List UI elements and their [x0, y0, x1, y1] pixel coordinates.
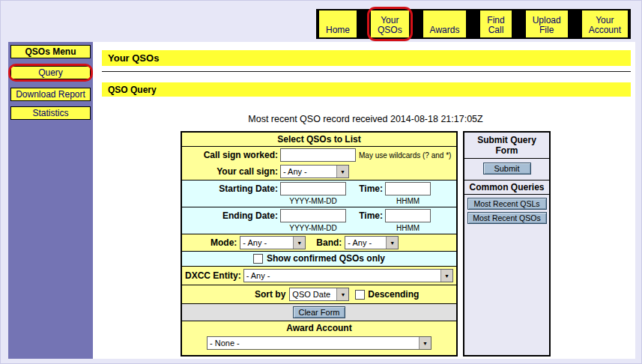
- date-range-section: Starting Date: Time: YYYY-MM-DD HHMM: [182, 180, 456, 234]
- starting-time-label: Time:: [346, 183, 383, 194]
- sidebar-item-query[interactable]: Query: [10, 66, 91, 79]
- starting-date-format-hint: YYYY-MM-DD: [280, 197, 346, 205]
- spacer: [184, 224, 280, 232]
- dxcc-entity-select[interactable]: - Any - ▼: [243, 269, 453, 282]
- sort-by-value: QSO Date: [290, 288, 336, 300]
- dropdown-arrow-icon: ▼: [440, 270, 452, 282]
- query-area: Select QSOs to List Call sign worked: Ma…: [181, 131, 551, 357]
- page: Home Your QSOs Awards Find Call Upload F…: [0, 0, 642, 364]
- query-content-group: Most recent QSO record received 2014-08-…: [181, 114, 551, 357]
- qso-query-form: Select QSOs to List Call sign worked: Ma…: [181, 131, 458, 357]
- starting-format-hints: YYYY-MM-DD HHMM: [182, 197, 456, 207]
- clear-form-button[interactable]: Clear Form: [293, 306, 345, 318]
- show-confirmed-label: Show confirmed QSOs only: [267, 253, 385, 264]
- divider-line: [102, 71, 631, 72]
- mode-band-row: Mode: - Any - ▼ Band: - Any - ▼: [182, 234, 456, 251]
- ending-format-hints: YYYY-MM-DD HHMM: [182, 224, 456, 234]
- top-nav-bar: Home Your QSOs Awards Find Call Upload F…: [316, 9, 631, 39]
- tab-your-qsos[interactable]: Your QSOs: [371, 10, 409, 37]
- band-label: Band:: [316, 237, 342, 248]
- ending-time-format-hint: HHMM: [385, 224, 431, 232]
- starting-date-section: Starting Date: Time: YYYY-MM-DD HHMM: [182, 181, 456, 207]
- ending-time-label: Time:: [346, 210, 383, 221]
- tab-upload-file-label: Upload File: [533, 16, 561, 35]
- tab-your-account-label: Your Account: [589, 16, 621, 35]
- common-queries-title: Common Queries: [464, 181, 549, 195]
- tab-home[interactable]: Home: [319, 10, 357, 37]
- tab-home-label: Home: [326, 25, 350, 35]
- spacer: [346, 224, 385, 232]
- ending-time-input[interactable]: [385, 209, 431, 222]
- tab-your-account[interactable]: Your Account: [582, 10, 628, 37]
- award-account-select[interactable]: - None - ▼: [207, 336, 431, 350]
- call-sign-worked-input[interactable]: [280, 148, 356, 162]
- sidebar-item-download-report[interactable]: Download Report: [10, 88, 91, 101]
- dxcc-entity-row: DXCC Entity: - Any - ▼: [182, 266, 456, 285]
- starting-date-input[interactable]: [280, 182, 346, 195]
- most-recent-qsls-button[interactable]: Most Recent QSLs: [467, 198, 547, 210]
- form-title: Select QSOs to List: [182, 133, 456, 147]
- ending-date-format-hint: YYYY-MM-DD: [280, 224, 346, 232]
- clear-form-row: Clear Form: [182, 303, 456, 321]
- confirmed-row: Show confirmed QSOs only: [182, 251, 456, 266]
- dropdown-arrow-icon: ▼: [336, 288, 348, 300]
- mode-select[interactable]: - Any - ▼: [240, 236, 306, 249]
- mode-label: Mode:: [211, 237, 237, 248]
- tab-your-qsos-label: Your QSOs: [378, 16, 402, 35]
- sidebar-item-statistics[interactable]: Statistics: [10, 106, 91, 120]
- ending-date-section: Ending Date: Time: YYYY-MM-DD HHMM: [182, 207, 456, 234]
- sidebar: QSOs Menu Query Download Report Statisti…: [8, 42, 93, 359]
- tab-find-call-label: Find Call: [487, 16, 504, 35]
- dropdown-arrow-icon: ▼: [386, 237, 398, 249]
- section-title-banner: QSO Query: [102, 82, 631, 97]
- starting-time-format-hint: HHMM: [385, 197, 431, 205]
- band-value: - Any -: [345, 237, 386, 249]
- submit-panel-title: Submit Query Form: [464, 133, 549, 159]
- dropdown-arrow-icon: ▼: [293, 237, 305, 249]
- tab-awards-label: Awards: [430, 25, 460, 35]
- sidebar-item-query-label: Query: [38, 67, 63, 78]
- your-call-sign-select[interactable]: - Any - ▼: [280, 165, 349, 178]
- ending-date-label: Ending Date:: [184, 210, 278, 221]
- dxcc-entity-value: - Any -: [244, 270, 440, 282]
- common-queries-cell: Most Recent QSLs Most Recent QSOs: [464, 195, 549, 229]
- page-title-banner: Your QSOs: [102, 50, 631, 66]
- starting-date-row: Starting Date: Time:: [182, 181, 456, 197]
- award-account-header: Award Account: [182, 321, 456, 335]
- starting-time-input[interactable]: [385, 182, 431, 195]
- your-call-sign-label: Your call sign:: [184, 166, 278, 177]
- descending-label: Descending: [368, 289, 419, 300]
- submit-button[interactable]: Submit: [483, 163, 531, 175]
- spacer: [184, 197, 280, 205]
- most-recent-qsos-button[interactable]: Most Recent QSOs: [467, 212, 547, 224]
- band-select[interactable]: - Any - ▼: [345, 236, 399, 249]
- wildcards-hint: May use wildcards (? and *): [359, 151, 451, 160]
- your-call-sign-value: - Any -: [281, 166, 336, 178]
- tab-upload-file[interactable]: Upload File: [526, 10, 568, 37]
- starting-date-label: Starting Date:: [184, 183, 278, 194]
- mode-value: - Any -: [240, 237, 293, 249]
- show-confirmed-checkbox[interactable]: [253, 254, 263, 264]
- dxcc-entity-label: DXCC Entity:: [185, 270, 241, 281]
- spacer: [346, 197, 385, 205]
- ending-date-row: Ending Date: Time:: [182, 207, 456, 224]
- ending-date-input[interactable]: [280, 209, 346, 222]
- sort-by-select[interactable]: QSO Date ▼: [289, 288, 349, 301]
- tab-awards[interactable]: Awards: [423, 10, 467, 37]
- award-account-value: - None -: [208, 337, 419, 349]
- main-content: Your QSOs QSO Query Most recent QSO reco…: [93, 42, 635, 359]
- sidebar-title: QSOs Menu: [10, 45, 91, 58]
- tab-find-call[interactable]: Find Call: [480, 10, 511, 37]
- your-call-sign-row: Your call sign: - Any - ▼: [182, 163, 456, 180]
- call-sign-worked-label: Call sign worked:: [184, 150, 278, 160]
- submit-query-panel: Submit Query Form Submit Common Queries …: [463, 131, 551, 357]
- descending-checkbox[interactable]: [355, 290, 365, 300]
- award-account-row: - None - ▼: [182, 335, 456, 355]
- submit-button-cell: Submit: [464, 159, 549, 181]
- call-sign-worked-row: Call sign worked: May use wildcards (? a…: [182, 147, 456, 163]
- dropdown-arrow-icon: ▼: [419, 337, 431, 349]
- sort-by-row: Sort by QSO Date ▼ Descending: [182, 285, 456, 303]
- dropdown-arrow-icon: ▼: [336, 166, 348, 178]
- sort-by-label: Sort by: [255, 289, 285, 300]
- recent-qso-note: Most recent QSO record received 2014-08-…: [181, 114, 551, 124]
